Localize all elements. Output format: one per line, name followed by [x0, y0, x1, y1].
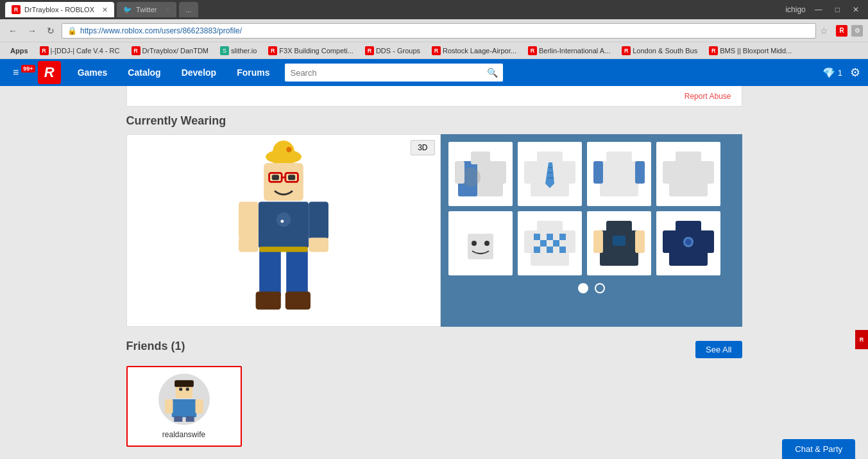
svg-rect-61 [635, 230, 645, 253]
bookmark-roblox-icon-3: R [268, 46, 277, 55]
tab-roblox[interactable]: R DrTrayblox - ROBLOX ✕ [5, 2, 114, 17]
bookmark-bms[interactable]: R BMS || Bloxport Midd... [704, 45, 797, 56]
notification-badge: 99+ [21, 65, 35, 73]
svg-rect-62 [613, 236, 625, 246]
svg-rect-40 [676, 152, 701, 164]
bookmark-1-label: |-[DDJ-| Cafe V.4 - RC [51, 47, 120, 55]
bookmark-apps-label: Apps [10, 47, 28, 55]
lock-icon: 🔒 [67, 26, 77, 35]
extension-side-icon[interactable]: R [855, 330, 868, 349]
nav-games[interactable]: Games [67, 59, 118, 86]
bookmark-apps[interactable]: Apps [5, 46, 33, 56]
item-2-svg [524, 148, 575, 200]
svg-rect-15 [286, 248, 308, 298]
svg-rect-41 [663, 161, 672, 184]
robux-button[interactable]: 💎 1 [822, 67, 842, 79]
item-thumb-4[interactable] [656, 142, 720, 206]
carousel-dot-1[interactable] [578, 283, 588, 293]
svg-rect-56 [547, 247, 553, 253]
svg-rect-48 [524, 230, 534, 253]
bookmark-star[interactable]: ☆ [820, 26, 828, 36]
svg-rect-25 [455, 161, 464, 184]
bookmark-dds-label: DDS - Groups [376, 47, 420, 55]
friends-header: Friends (1) See All [126, 340, 742, 359]
svg-rect-57 [559, 247, 566, 253]
bookmark-slither-icon: S [220, 46, 229, 55]
close-button[interactable]: ✕ [849, 5, 863, 14]
svg-point-72 [185, 388, 189, 391]
bookmark-roblox-icon-1: R [40, 46, 49, 55]
svg-rect-70 [174, 380, 194, 387]
nav-catalog[interactable]: Catalog [117, 59, 171, 86]
carousel-dot-2[interactable] [595, 283, 605, 293]
search-bar[interactable]: 🔍 [285, 64, 503, 82]
item-thumb-8[interactable] [656, 211, 720, 275]
svg-rect-18 [259, 247, 308, 252]
bookmark-rostock[interactable]: R Rostock Laage-Airpor... [427, 45, 522, 56]
bookmark-1[interactable]: R |-[DDJ-| Cafe V.4 - RC [35, 45, 125, 56]
see-all-button[interactable]: See All [695, 341, 742, 358]
friend-card-1[interactable]: realdanswife [126, 366, 242, 447]
btn-3d[interactable]: 3D [411, 140, 434, 155]
friends-section: Friends (1) See All [126, 340, 742, 447]
roblox-logo[interactable]: R [38, 61, 61, 84]
svg-point-1 [273, 141, 294, 162]
maximize-button[interactable]: □ [831, 5, 844, 14]
svg-rect-42 [704, 161, 714, 184]
item-thumb-1[interactable] [448, 142, 513, 206]
extension-icon-1[interactable]: R [836, 25, 847, 37]
svg-point-68 [685, 239, 692, 245]
browser-user: ichigo [785, 5, 805, 14]
search-input[interactable] [290, 68, 487, 78]
back-button[interactable]: ← [5, 24, 21, 37]
svg-rect-53 [553, 240, 559, 247]
currently-wearing-title: Currently Wearing [126, 114, 742, 128]
refresh-button[interactable]: ↻ [44, 24, 58, 37]
item-thumb-7[interactable] [587, 211, 651, 275]
item-6-svg [524, 218, 575, 269]
tab-extra[interactable]: ... [179, 2, 198, 17]
svg-rect-60 [593, 230, 603, 253]
bookmark-roblox-icon-5: R [432, 46, 441, 55]
item-thumb-2[interactable] [518, 142, 582, 206]
tab-twitter-close[interactable]: ✕ [164, 6, 170, 14]
bookmark-berlin[interactable]: R Berlin-International A... [523, 45, 615, 56]
bookmark-bms-label: BMS || Bloxport Midd... [720, 47, 792, 55]
robux-icon: 💎 [822, 67, 835, 79]
item-1-svg [455, 148, 506, 200]
bookmark-2[interactable]: R DrTrayblox/ DanTDM [126, 45, 214, 56]
settings-button[interactable]: ⚙ [850, 65, 860, 80]
tab-twitter[interactable]: 🐦 Twitter ✕ [117, 2, 176, 17]
nav-develop[interactable]: Develop [171, 59, 226, 86]
svg-rect-74 [165, 399, 173, 413]
bookmark-2-label: DrTrayblox/ DanTDM [142, 47, 209, 55]
svg-rect-37 [593, 161, 603, 184]
bookmarks-bar: Apps R |-[DDJ-| Cafe V.4 - RC R DrTraybl… [0, 42, 868, 59]
svg-rect-35 [600, 161, 638, 196]
url-bar[interactable]: 🔒 https://www.roblox.com/users/86623883/… [62, 23, 816, 39]
svg-point-2 [286, 147, 291, 152]
search-icon[interactable]: 🔍 [487, 67, 498, 78]
report-abuse-link[interactable]: Report Abuse [685, 92, 731, 101]
svg-rect-10 [239, 202, 259, 239]
tab-roblox-close[interactable]: ✕ [102, 6, 108, 14]
item-thumb-6[interactable] [518, 211, 582, 275]
bookmark-f3x[interactable]: R F3X Building Competi... [263, 45, 359, 56]
extension-icon-2[interactable]: ⚙ [851, 25, 863, 37]
chat-party-button[interactable]: Chat & Party [782, 439, 855, 459]
nav-right: 💎 1 ⚙ [822, 65, 860, 80]
svg-rect-75 [195, 399, 203, 413]
forward-button[interactable]: → [24, 24, 40, 37]
bookmark-slither[interactable]: S slither.io [215, 45, 262, 56]
address-bar: ← → ↻ 🔒 https://www.roblox.com/users/866… [0, 19, 868, 42]
svg-rect-23 [471, 152, 490, 164]
item-thumb-3[interactable] [587, 142, 651, 206]
nav-forums[interactable]: Forums [226, 59, 280, 86]
bookmark-dds[interactable]: R DDS - Groups [360, 45, 425, 56]
minimize-button[interactable]: — [811, 5, 826, 14]
item-3-svg [593, 148, 645, 200]
item-thumb-5[interactable] [448, 211, 513, 275]
bookmark-london[interactable]: R London & South Bus [617, 45, 702, 56]
svg-rect-55 [534, 247, 540, 253]
svg-rect-39 [669, 161, 708, 196]
